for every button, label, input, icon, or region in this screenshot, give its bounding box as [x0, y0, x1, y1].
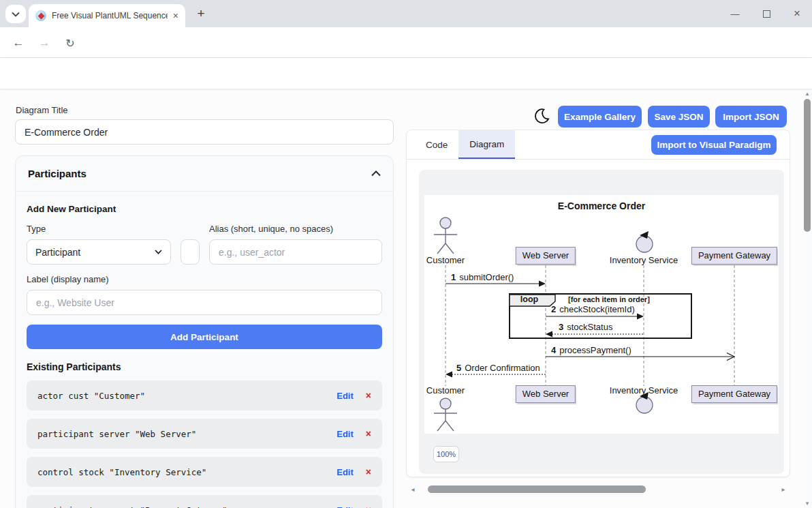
participant-label-inventory-service-bottom: Inventory Service [610, 385, 678, 395]
sequence-diagram-canvas: E-Commerce Order Customer Web Server Inv… [424, 195, 779, 434]
participant-code: participant server "Web Server" [37, 429, 337, 439]
delete-participant-icon[interactable]: × [366, 390, 371, 401]
vertical-scrollbar[interactable]: ▴ ▾ [802, 89, 812, 508]
message-2-label: 2checkStock(itemId) [551, 304, 635, 314]
close-window-button[interactable]: × [787, 0, 807, 27]
page-content: Diagram Title Participants Add New Parti… [0, 89, 802, 508]
participant-box-payment-gateway-bottom: Payment Gateway [691, 385, 777, 403]
message-4-label: 4processPayment() [551, 345, 631, 355]
loop-condition-label: [for each item in order] [568, 295, 650, 303]
new-tab-button[interactable]: + [193, 6, 208, 21]
alias-input[interactable] [209, 239, 382, 265]
participants-card-header[interactable]: Participants [16, 156, 393, 192]
participant-label-inventory-service: Inventory Service [610, 255, 678, 265]
participant-code: participant payment "Payment Gateway" [37, 505, 337, 508]
tab-close-icon[interactable]: × [173, 11, 178, 20]
app-header [0, 58, 812, 89]
scroll-right-icon[interactable]: ▸ [779, 485, 787, 493]
participant-row: participant server "Web Server" Edit × [27, 419, 382, 449]
participant-label-customer-bottom: Customer [426, 385, 465, 395]
participant-row: control stock "Inventory Service" Edit × [27, 457, 382, 487]
edit-participant-button[interactable]: Edit [337, 391, 354, 401]
mini-input-box[interactable] [181, 239, 200, 265]
diagram-title-input[interactable] [15, 119, 394, 145]
participant-code: control stock "Inventory Service" [37, 467, 337, 477]
existing-participants-title: Existing Participants [27, 361, 382, 372]
type-label: Type [27, 224, 171, 234]
import-json-button[interactable]: Import JSON [715, 106, 787, 128]
edit-participant-button[interactable]: Edit [337, 467, 354, 477]
message-5-label: 5Order Confirmation [456, 363, 540, 373]
save-json-button[interactable]: Save JSON [648, 106, 710, 128]
participant-code: actor cust "Customer" [37, 391, 337, 401]
type-select[interactable]: Participant [27, 239, 171, 265]
display-name-field-group: Label (display name) [27, 274, 382, 315]
alias-field-group: Alias (short, unique, no spaces) [209, 224, 382, 265]
example-gallery-button[interactable]: Example Gallery [558, 106, 642, 128]
browser-toolbar: ← → ↻ ai-toolbox.visual-paradigm.com/app… [0, 27, 812, 58]
diagram-title: E-Commerce Order [424, 200, 779, 211]
participants-card: Participants Add New Participant Type Pa… [15, 155, 394, 508]
tab-diagram[interactable]: Diagram [458, 130, 515, 159]
scroll-left-icon[interactable]: ◂ [409, 485, 417, 493]
participants-section-title: Participants [28, 168, 87, 179]
import-to-visual-paradigm-button[interactable]: Import to Visual Paradigm [651, 135, 777, 155]
participant-row: actor cust "Customer" Edit × [27, 380, 382, 410]
horizontal-scrollbar[interactable]: ◂ ▸ [409, 483, 787, 495]
control-icon-top [636, 231, 653, 252]
tab-search-button[interactable] [5, 5, 26, 23]
type-select-value: Participant [35, 247, 155, 258]
type-field-group: Type Participant [27, 224, 171, 265]
browser-tab[interactable]: Free Visual PlantUML Sequence × [29, 4, 185, 27]
reload-button[interactable]: ↻ [61, 34, 79, 52]
display-name-label: Label (display name) [27, 274, 382, 284]
tab-code[interactable]: Code [415, 130, 458, 159]
participant-box-payment-gateway: Payment Gateway [691, 247, 777, 265]
browser-titlebar: Free Visual PlantUML Sequence × + — × [0, 0, 812, 27]
participant-row: participant payment "Payment Gateway" Ed… [27, 495, 382, 508]
tab-title: Free Visual PlantUML Sequence [52, 11, 168, 20]
vertical-scroll-thumb[interactable] [804, 99, 811, 232]
dark-mode-toggle-moon-icon[interactable] [534, 108, 550, 124]
add-new-participant-title: Add New Participant [27, 204, 382, 214]
participant-box-web-server: Web Server [516, 247, 576, 265]
alias-label: Alias (short, unique, no spaces) [209, 224, 382, 234]
diagram-title-label: Diagram Title [16, 105, 68, 115]
minimize-button[interactable]: — [725, 0, 745, 27]
delete-participant-icon[interactable]: × [366, 466, 371, 477]
chevron-down-icon [12, 12, 20, 17]
actor-figure-bottom [434, 398, 457, 431]
horizontal-scroll-thumb[interactable] [428, 485, 646, 493]
delete-participant-icon[interactable]: × [366, 428, 371, 439]
horizontal-scroll-track[interactable] [417, 483, 779, 495]
actor-figure-top [434, 218, 457, 254]
diagram-viewport[interactable]: E-Commerce Order Customer Web Server Inv… [419, 170, 784, 474]
preview-panel: Code Diagram Import to Visual Paradigm [406, 130, 790, 477]
site-favicon-icon [35, 10, 46, 21]
back-button[interactable]: ← [10, 34, 27, 52]
edit-participant-button[interactable]: Edit [337, 429, 354, 439]
forward-button[interactable]: → [35, 34, 53, 52]
message-3-label: 3stockStatus [559, 322, 612, 332]
loop-operator-label: loop [510, 295, 549, 304]
message-1-label: 1submitOrder() [451, 272, 514, 282]
participant-box-web-server-bottom: Web Server [516, 385, 576, 403]
chevron-up-icon[interactable] [371, 170, 381, 177]
maximize-button[interactable] [756, 0, 777, 27]
add-participant-button[interactable]: Add Participant [27, 325, 382, 349]
scroll-up-icon[interactable]: ▴ [802, 90, 812, 97]
participants-card-body: Add New Participant Type Participant Ali… [16, 192, 393, 508]
zoom-level-badge[interactable]: 100% [433, 446, 459, 462]
participant-label-customer: Customer [426, 255, 465, 265]
select-chevron-icon [155, 250, 162, 254]
display-name-input[interactable] [27, 290, 382, 315]
scroll-down-icon[interactable]: ▾ [802, 500, 812, 507]
edit-participant-button[interactable]: Edit [337, 505, 354, 508]
maximize-icon [763, 10, 770, 18]
delete-participant-icon[interactable]: × [366, 505, 371, 508]
browser-window: Free Visual PlantUML Sequence × + — × ← … [0, 0, 812, 508]
preview-tabbar: Code Diagram Import to Visual Paradigm [407, 130, 790, 160]
